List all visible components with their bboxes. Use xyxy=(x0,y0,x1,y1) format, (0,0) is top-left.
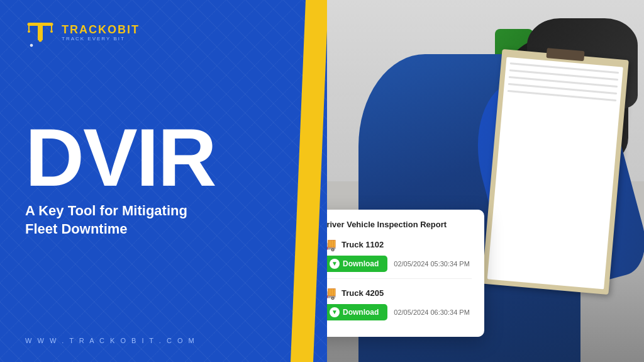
svg-text:®: ® xyxy=(31,45,32,47)
svg-point-8 xyxy=(50,30,53,33)
timestamp-1: 02/05/2024 05:30:34 PM xyxy=(394,260,469,268)
download-icon-2: ▼ xyxy=(330,307,340,317)
download-icon-1: ▼ xyxy=(330,259,340,269)
truck-label-2: Truck 4205 xyxy=(341,288,384,298)
clipboard-paper xyxy=(487,57,623,290)
report-card-title: Driver Vehicle Inspection Report xyxy=(327,220,472,229)
download-button-1[interactable]: ▼ Download xyxy=(327,256,387,272)
truck-row-1: 🚚 Truck 1102 xyxy=(327,237,472,252)
truck-label-1: Truck 1102 xyxy=(341,240,384,249)
logo-tagline: TRACK EVERY BIT xyxy=(62,36,140,42)
dvir-title: DVIR xyxy=(25,121,302,195)
download-button-2[interactable]: ▼ Download xyxy=(327,304,387,320)
svg-rect-1 xyxy=(38,23,43,40)
truck-icon-2: 🚚 xyxy=(327,285,336,300)
svg-point-4 xyxy=(39,39,42,42)
report-entry-1: 🚚 Truck 1102 ▼ Download 02/05/2024 05:30… xyxy=(327,237,472,272)
svg-point-6 xyxy=(28,30,30,33)
logo-name: TRACKOBIT xyxy=(62,24,140,37)
main-text: DVIR A Key Tool for Mitigating Fleet Dow… xyxy=(25,121,302,263)
download-row-1: ▼ Download 02/05/2024 05:30:34 PM xyxy=(327,256,472,272)
report-card: Driver Vehicle Inspection Report 🚚 Truck… xyxy=(327,210,484,337)
report-entry-2: 🚚 Truck 4205 ▼ Download 02/05/2024 06:30… xyxy=(327,278,472,320)
left-panel: ® TRACKOBIT TRACK EVERY BIT DVIR A Key T… xyxy=(0,0,327,362)
right-panel: Driver Vehicle Inspection Report 🚚 Truck… xyxy=(327,0,644,362)
truck-row-2: 🚚 Truck 4205 xyxy=(327,285,472,300)
download-row-2: ▼ Download 02/05/2024 06:30:34 PM xyxy=(327,304,472,320)
clipboard-shape xyxy=(482,49,628,295)
logo-area: ® TRACKOBIT TRACK EVERY BIT xyxy=(25,18,302,48)
timestamp-2: 02/05/2024 06:30:34 PM xyxy=(394,308,469,316)
logo-icon: ® xyxy=(25,18,55,48)
hero-subtitle: A Key Tool for Mitigating Fleet Downtime xyxy=(25,202,302,238)
website-label: W W W . T R A C K O B I T . C O M xyxy=(25,337,302,344)
logo-text: TRACKOBIT TRACK EVERY BIT xyxy=(62,24,140,42)
page-container: ® TRACKOBIT TRACK EVERY BIT DVIR A Key T… xyxy=(0,0,644,362)
truck-icon-1: 🚚 xyxy=(327,237,336,252)
